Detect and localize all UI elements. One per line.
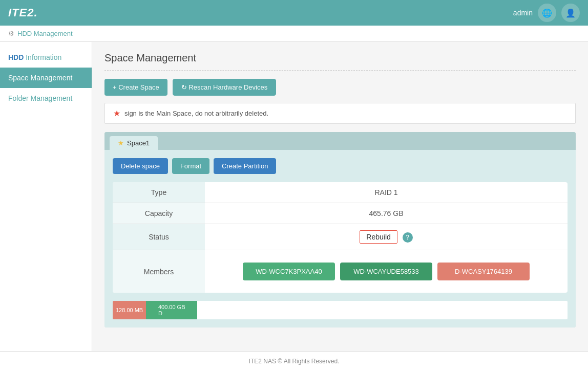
tab-bar: ★ Space1: [104, 132, 576, 150]
sidebar-item-folder-management[interactable]: Folder Management: [0, 88, 92, 108]
format-button[interactable]: Format: [172, 158, 209, 174]
table-row-members: Members WD-WCC7K3PXAA40 WD-WCAYUDE58533 …: [113, 250, 568, 293]
logo: ITE2.: [8, 6, 38, 19]
status-rebuild-badge: Rebuild: [360, 230, 397, 244]
table-row-capacity: Capacity 465.76 GB: [113, 203, 568, 224]
main-layout: HDD Information Space Management Folder …: [0, 42, 588, 351]
member-btn-1[interactable]: WD-WCC7K3PXAA40: [243, 263, 335, 280]
sidebar-item-hdd-information[interactable]: HDD Information: [0, 47, 92, 68]
delete-space-button[interactable]: Delete space: [113, 158, 168, 174]
help-icon[interactable]: ?: [403, 232, 413, 243]
globe-button[interactable]: 🌐: [538, 4, 556, 22]
table-row-type: Type RAID 1: [113, 182, 568, 203]
type-key: Type: [113, 182, 205, 203]
info-box: ★ sign is the Main Space, do not arbitra…: [104, 103, 576, 124]
member-btn-2[interactable]: WD-WCAYUDE58533: [340, 263, 432, 280]
info-message: sign is the Main Space, do not arbitrari…: [124, 110, 268, 117]
disk-bar: 128.00 MB 400.00 GBD: [113, 301, 568, 319]
create-space-button[interactable]: + Create Space: [104, 79, 167, 96]
footer: ITE2 NAS © All Rights Reserved.: [0, 351, 588, 371]
sidebar: HDD Information Space Management Folder …: [0, 42, 92, 351]
create-partition-button[interactable]: Create Partition: [214, 158, 276, 174]
capacity-key: Capacity: [113, 203, 205, 224]
username-label: admin: [513, 9, 533, 17]
sidebar-item-space-label: Space Management: [8, 74, 72, 82]
disk-segment-400gb: 400.00 GBD: [146, 301, 197, 319]
sidebar-item-space-management[interactable]: Space Management: [0, 68, 92, 88]
title-divider: [104, 70, 576, 71]
sidebar-item-hdd-label: Information: [26, 53, 61, 61]
info-table: Type RAID 1 Capacity 465.76 GB Status Re…: [113, 182, 568, 293]
footer-text: ITE2 NAS © All Rights Reserved.: [249, 358, 340, 365]
header: ITE2. admin 🌐 👤: [0, 0, 588, 26]
gear-icon: ⚙: [8, 30, 14, 37]
table-row-status: Status Rebuild ?: [113, 224, 568, 250]
breadcrumb: ⚙ HDD Management: [0, 26, 588, 42]
member-btn-3[interactable]: D-WCASY1764139: [437, 263, 530, 280]
hdd-label: HDD: [8, 53, 24, 61]
breadcrumb-text: HDD Management: [17, 30, 73, 37]
header-right: admin 🌐 👤: [513, 4, 580, 22]
space-actions: Delete space Format Create Partition: [113, 158, 568, 174]
status-value: Rebuild ?: [205, 224, 568, 250]
tab-label: Space1: [127, 139, 150, 147]
sidebar-item-folder-label: Folder Management: [8, 94, 72, 102]
tab-space1[interactable]: ★ Space1: [110, 136, 158, 150]
content-area: Space Management + Create Space ↻ Rescan…: [92, 42, 588, 351]
members-key: Members: [113, 250, 205, 293]
members-value: WD-WCC7K3PXAA40 WD-WCAYUDE58533 D-WCASY1…: [205, 250, 568, 293]
space-container: ★ Space1 Delete space Format Create Part…: [104, 132, 576, 328]
tab-star-icon: ★: [118, 139, 124, 147]
capacity-value: 465.76 GB: [205, 203, 568, 224]
type-value: RAID 1: [205, 182, 568, 203]
status-key: Status: [113, 224, 205, 250]
page-title: Space Management: [104, 52, 576, 64]
user-button[interactable]: 👤: [561, 4, 580, 22]
toolbar: + Create Space ↻ Rescan Hardware Devices: [104, 79, 576, 96]
members-cell: WD-WCC7K3PXAA40 WD-WCAYUDE58533 D-WCASY1…: [213, 256, 559, 287]
disk-segment-empty: [197, 301, 568, 319]
star-icon: ★: [113, 108, 120, 118]
rescan-hardware-button[interactable]: ↻ Rescan Hardware Devices: [173, 79, 277, 96]
space-content: Delete space Format Create Partition Typ…: [104, 150, 576, 328]
disk-segment-128mb: 128.00 MB: [113, 301, 146, 319]
